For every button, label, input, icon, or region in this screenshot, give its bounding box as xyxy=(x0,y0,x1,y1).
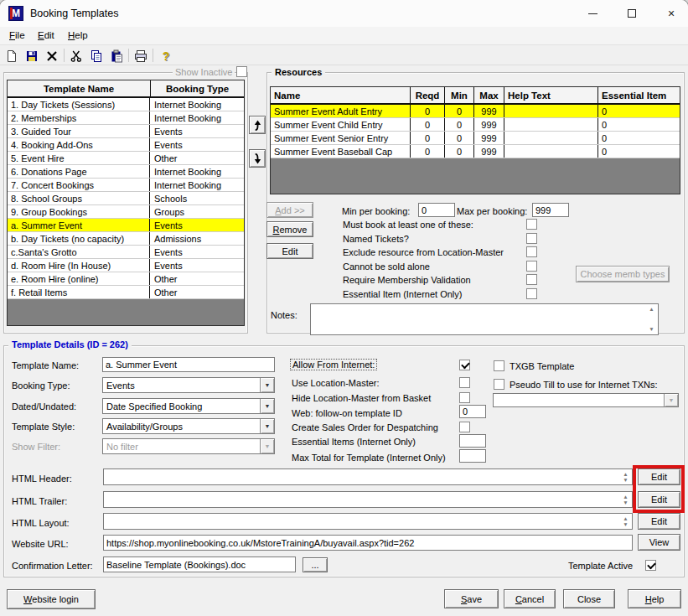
pseudo-till-checkbox[interactable] xyxy=(494,379,504,390)
create-sales-order-checkbox[interactable] xyxy=(459,422,470,432)
html-header-scroll-arrows[interactable]: ▲▼ xyxy=(621,470,630,484)
template-row[interactable]: 3. Guided TourEvents xyxy=(8,125,244,138)
minimize-button[interactable] xyxy=(575,0,610,27)
template-style-dropdown[interactable]: Availability/Groups▼ xyxy=(102,418,275,434)
template-row[interactable]: 7. Concert BookingsInternet Booking xyxy=(8,179,244,192)
browse-button[interactable]: ... xyxy=(303,557,328,572)
notes-textarea[interactable]: ▲▼ xyxy=(310,303,659,335)
choose-memb-types-button[interactable]: Choose memb types xyxy=(576,266,670,282)
move-down-button[interactable] xyxy=(249,149,266,168)
template-row[interactable]: c.Santa's GrottoEvents xyxy=(8,246,244,259)
hide-location-master-checkbox[interactable] xyxy=(459,392,470,403)
column-header-essential-item[interactable]: Essential Item xyxy=(598,87,680,103)
template-row[interactable]: 5. Event HireOther xyxy=(8,152,244,165)
template-name-input[interactable] xyxy=(102,357,275,372)
cannot-be-sold-checkbox[interactable] xyxy=(526,261,537,272)
template-row[interactable]: d. Room Hire (In House)Events xyxy=(8,259,244,272)
new-icon[interactable] xyxy=(4,49,19,63)
column-header-min[interactable]: Min xyxy=(445,87,474,103)
resource-row[interactable]: Summer Event Child Entry009990 xyxy=(271,118,680,132)
html-layout-edit-button[interactable]: Edit xyxy=(638,513,680,530)
column-header-reqd[interactable]: Reqd xyxy=(411,87,445,103)
show-filter-dropdown[interactable]: No filter▼ xyxy=(102,438,275,454)
close-button[interactable]: × xyxy=(654,0,688,27)
show-inactive-checkbox[interactable] xyxy=(236,66,247,77)
dated-undated-dropdown[interactable]: Date Specified Booking▼ xyxy=(102,398,275,414)
html-layout-label: HTML Layout: xyxy=(12,518,70,528)
max-total-template-input[interactable] xyxy=(459,449,486,463)
website-url-label: Website URL: xyxy=(12,539,69,549)
template-row[interactable]: e. Room Hire (online)Other xyxy=(8,272,244,286)
paste-icon[interactable] xyxy=(109,49,124,63)
delete-icon[interactable] xyxy=(44,49,59,63)
add-button[interactable]: Add >> xyxy=(266,202,313,218)
html-header-field[interactable]: ▲▼ xyxy=(103,468,633,485)
column-header-template-name[interactable]: Template Name xyxy=(8,80,151,96)
website-url-input[interactable] xyxy=(103,535,633,551)
save-button[interactable]: Save xyxy=(444,589,499,608)
copy-icon[interactable] xyxy=(89,49,104,63)
column-header-max[interactable]: Max xyxy=(474,87,504,103)
require-membership-checkbox[interactable] xyxy=(526,274,537,285)
remove-button[interactable]: Remove xyxy=(266,221,313,237)
template-row-selected[interactable]: a. Summer EventEvents xyxy=(8,219,244,232)
save-icon[interactable] xyxy=(24,49,39,63)
pseudo-till-dropdown[interactable]: ▼ xyxy=(493,393,679,407)
essential-items-internet-input[interactable] xyxy=(459,434,486,448)
template-row[interactable]: 1. Day Tickets (Sessions)Internet Bookin… xyxy=(8,98,244,111)
txgb-template-checkbox[interactable] xyxy=(494,360,504,371)
view-button[interactable]: View xyxy=(638,534,680,551)
column-header-booking-type[interactable]: Booking Type xyxy=(151,80,244,96)
html-header-edit-button[interactable]: Edit xyxy=(638,468,680,485)
resource-row[interactable]: Summer Event Senior Entry009990 xyxy=(271,132,680,145)
cancel-button[interactable]: Cancel xyxy=(504,589,556,608)
move-down-icon xyxy=(252,153,263,164)
cut-icon[interactable] xyxy=(69,49,84,63)
column-header-help-text[interactable]: Help Text xyxy=(504,87,598,103)
column-header-name[interactable]: Name xyxy=(271,87,411,103)
chevron-down-icon[interactable]: ▼ xyxy=(260,419,274,433)
resource-row-selected[interactable]: Summer Event Adult Entry009990 xyxy=(271,105,680,118)
template-row[interactable]: 8. School GroupsSchools xyxy=(8,192,244,205)
template-row[interactable]: 9. Group BookingsGroups xyxy=(8,205,244,219)
min-per-booking-input[interactable] xyxy=(418,203,455,217)
exclude-resource-checkbox[interactable] xyxy=(526,246,537,257)
close-dialog-button[interactable]: Close xyxy=(563,589,615,608)
menu-edit[interactable]: Edit xyxy=(32,27,60,44)
maximize-button[interactable] xyxy=(614,0,649,27)
print-icon[interactable] xyxy=(133,49,148,63)
html-layout-field[interactable]: ▲▼ xyxy=(103,513,633,530)
help-button[interactable]: Help xyxy=(628,589,681,608)
web-followon-input[interactable] xyxy=(459,405,486,418)
menu-help[interactable]: Help xyxy=(62,27,94,44)
named-tickets-checkbox[interactable] xyxy=(526,233,537,244)
template-table-header: Template Name Booking Type xyxy=(8,80,244,98)
html-layout-scroll-arrows[interactable]: ▲▼ xyxy=(621,515,630,528)
allow-from-internet-checkbox[interactable] xyxy=(459,360,470,370)
move-up-button[interactable] xyxy=(249,116,266,134)
template-row[interactable]: b. Day Tickets (no capacity)Admissions xyxy=(8,232,244,246)
use-location-master-checkbox[interactable] xyxy=(459,377,470,388)
edit-resource-button[interactable]: Edit xyxy=(266,243,313,259)
template-row[interactable]: 2. MembershipsInternet Booking xyxy=(8,111,244,125)
notes-scroll-arrows[interactable]: ▲▼ xyxy=(647,305,656,334)
confirmation-letter-input[interactable] xyxy=(103,556,296,572)
chevron-down-icon[interactable]: ▼ xyxy=(260,399,274,413)
template-active-checkbox[interactable] xyxy=(645,560,656,571)
template-row[interactable]: f. Retail ItemsOther xyxy=(8,286,244,299)
template-row[interactable]: 6. Donations PageInternet Booking xyxy=(8,165,244,179)
resource-row[interactable]: Summer Event Baseball Cap009990 xyxy=(271,145,680,158)
app-logo-icon: M xyxy=(8,6,23,21)
html-trailer-edit-button[interactable]: Edit xyxy=(638,491,680,508)
max-per-booking-input[interactable] xyxy=(532,203,569,217)
chevron-down-icon[interactable]: ▼ xyxy=(260,378,274,392)
menu-file[interactable]: File xyxy=(3,27,31,44)
must-book-checkbox[interactable] xyxy=(526,219,537,230)
essential-item-checkbox[interactable] xyxy=(526,288,537,299)
html-trailer-scroll-arrows[interactable]: ▲▼ xyxy=(621,493,630,506)
booking-type-dropdown[interactable]: Events▼ xyxy=(102,377,275,393)
html-trailer-field[interactable]: ▲▼ xyxy=(103,491,633,508)
template-row[interactable]: 4. Booking Add-OnsEvents xyxy=(8,138,244,152)
help-icon[interactable]: ? xyxy=(158,49,173,63)
website-login-button[interactable]: Website login xyxy=(7,589,96,609)
